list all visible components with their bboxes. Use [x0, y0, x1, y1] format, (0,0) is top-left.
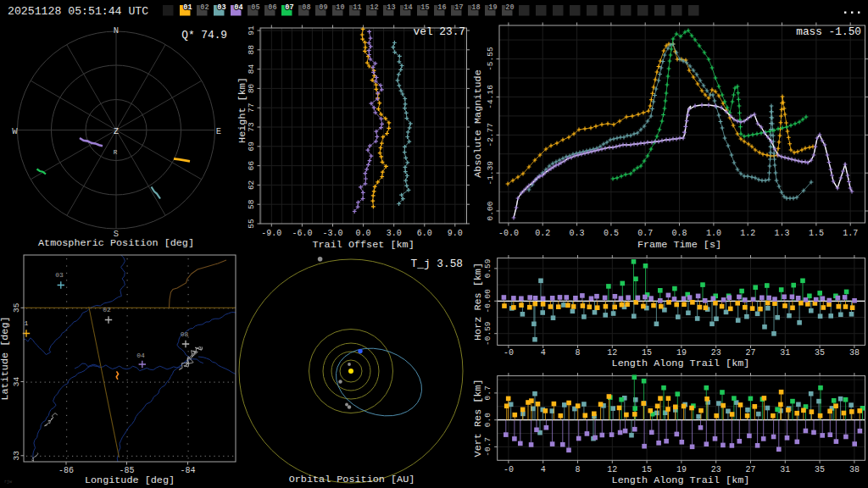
svg-text:91: 91: [247, 25, 256, 36]
svg-text:-9.0: -9.0: [261, 229, 281, 238]
svg-text:38: 38: [849, 465, 860, 474]
svg-text:58: 58: [247, 199, 256, 209]
svg-text:0.7: 0.7: [483, 385, 492, 400]
svg-text:17: 17: [454, 3, 463, 12]
svg-text:1.2: 1.2: [740, 229, 755, 238]
svg-text:19: 19: [488, 3, 497, 12]
svg-text:0.0: 0.0: [483, 413, 492, 427]
svg-text:Latitude [deg]: Latitude [deg]: [0, 316, 11, 400]
svg-text:03: 03: [55, 271, 64, 279]
svg-text:62: 62: [247, 180, 256, 190]
svg-text:05: 05: [251, 3, 259, 12]
svg-text:R: R: [114, 149, 118, 156]
svg-text:23: 23: [711, 348, 721, 358]
svg-text:8: 8: [575, 465, 580, 474]
svg-text:-0.00: -0.00: [483, 289, 492, 313]
svg-text:09: 09: [319, 3, 327, 12]
svg-text:0.0: 0.0: [356, 229, 371, 238]
svg-text:-0.59: -0.59: [483, 321, 492, 346]
svg-text:1: 1: [25, 319, 29, 327]
svg-text:-3.0: -3.0: [322, 229, 342, 238]
svg-text:0.59: 0.59: [483, 258, 492, 278]
svg-text:04: 04: [136, 352, 145, 359]
svg-text:0.7: 0.7: [637, 229, 653, 238]
svg-text:Absolute Magnitude: Absolute Magnitude: [472, 69, 484, 177]
svg-text:03: 03: [217, 3, 225, 12]
svg-text:Trail Offset [km]: Trail Offset [km]: [312, 239, 414, 251]
svg-text:6.0: 6.0: [417, 229, 432, 238]
svg-text:27: 27: [745, 465, 755, 474]
svg-text:04: 04: [234, 3, 242, 12]
svg-text:35: 35: [815, 348, 825, 358]
svg-text:vel 23.7: vel 23.7: [414, 25, 465, 38]
svg-text:80: 80: [247, 83, 256, 93]
svg-text:19: 19: [676, 465, 687, 474]
svg-text:1.7: 1.7: [843, 229, 858, 238]
svg-text:15: 15: [642, 348, 652, 358]
svg-text:19: 19: [676, 348, 687, 358]
svg-text:N: N: [114, 25, 119, 36]
svg-text:66: 66: [247, 161, 256, 171]
svg-text:Length Along Trail [km]: Length Along Trail [km]: [612, 474, 750, 486]
svg-text:-0: -0: [504, 348, 514, 358]
svg-text:08: 08: [302, 3, 310, 12]
svg-text:-6.0: -6.0: [292, 229, 312, 238]
svg-text:Z: Z: [114, 127, 119, 136]
svg-text:01: 01: [183, 3, 192, 12]
svg-text:35: 35: [815, 465, 825, 474]
svg-text:20251128 05:51:44 UTC: 20251128 05:51:44 UTC: [8, 5, 148, 18]
svg-text:18: 18: [471, 3, 480, 12]
svg-text:-86: -86: [58, 466, 74, 475]
svg-text:Vert Res [km]: Vert Res [km]: [472, 379, 484, 457]
svg-text:8: 8: [575, 348, 580, 358]
svg-text:15: 15: [420, 3, 429, 12]
svg-text:08: 08: [181, 330, 189, 338]
svg-text:02: 02: [200, 3, 209, 12]
svg-text:Atmospheric Position [deg]: Atmospheric Position [deg]: [38, 237, 194, 249]
svg-text:1.3: 1.3: [774, 229, 789, 238]
svg-text:02: 02: [103, 306, 111, 313]
svg-text:9.0: 9.0: [448, 229, 463, 238]
svg-text:38: 38: [849, 348, 860, 358]
svg-text:0.2: 0.2: [535, 229, 550, 238]
svg-text:4: 4: [541, 348, 546, 358]
svg-text:12: 12: [607, 465, 617, 474]
svg-text:0.8: 0.8: [671, 229, 687, 238]
svg-text:-1.39: -1.39: [486, 161, 495, 186]
svg-text:T_j 3.58: T_j 3.58: [411, 258, 463, 270]
svg-text:16: 16: [437, 3, 446, 12]
svg-text:-84: -84: [180, 466, 195, 475]
svg-text:0.3: 0.3: [570, 229, 585, 238]
svg-text:13: 13: [387, 3, 395, 12]
svg-text:-2.77: -2.77: [486, 123, 495, 147]
svg-text:77: 77: [247, 103, 256, 112]
svg-text:-4.16: -4.16: [486, 85, 495, 109]
svg-text:14: 14: [403, 3, 412, 12]
svg-text:3.0: 3.0: [387, 229, 402, 238]
svg-text:23: 23: [711, 465, 721, 474]
svg-text:35: 35: [12, 302, 21, 313]
svg-text:20: 20: [505, 3, 514, 12]
svg-text:Length Along Trail [km]: Length Along Trail [km]: [612, 358, 750, 369]
svg-text:Frame Time [s]: Frame Time [s]: [637, 239, 721, 251]
svg-text:84: 84: [247, 64, 256, 75]
svg-text:10: 10: [336, 3, 344, 12]
svg-text:-5.55: -5.55: [486, 47, 495, 71]
svg-text:0.5: 0.5: [604, 229, 619, 238]
svg-text:12: 12: [370, 3, 378, 12]
svg-text:mass -1.50: mass -1.50: [796, 25, 861, 38]
svg-text:69: 69: [247, 141, 256, 152]
svg-text:-0.7: -0.7: [483, 437, 492, 457]
svg-text:06: 06: [268, 3, 276, 12]
svg-text:Height [km]: Height [km]: [236, 77, 248, 143]
svg-text:Longitude [deg]: Longitude [deg]: [85, 474, 175, 486]
svg-text:73: 73: [247, 122, 256, 132]
svg-text:88: 88: [247, 45, 256, 55]
svg-text:0.00: 0.00: [486, 201, 495, 220]
svg-text:55: 55: [247, 219, 256, 229]
svg-text:W: W: [12, 126, 18, 136]
svg-text:31: 31: [780, 348, 790, 358]
svg-text:34: 34: [12, 377, 21, 387]
svg-text:-0: -0: [504, 465, 514, 474]
svg-text:4: 4: [541, 465, 546, 474]
